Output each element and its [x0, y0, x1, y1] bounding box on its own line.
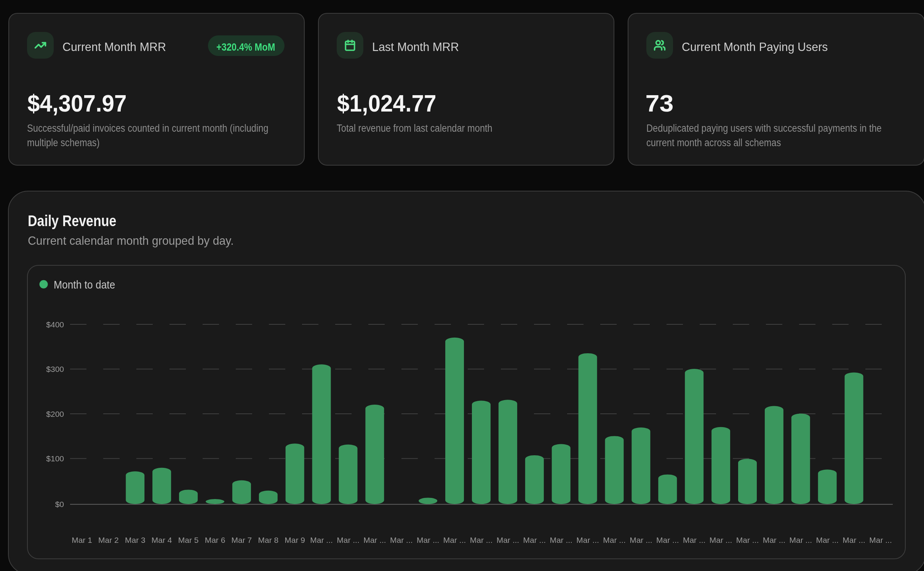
svg-text:Mar ...: Mar ... — [630, 536, 652, 544]
svg-text:$4,307.97: $4,307.97 — [27, 90, 127, 116]
svg-text:Mar 4: Mar 4 — [152, 536, 172, 544]
svg-text:Mar 9: Mar 9 — [285, 536, 305, 544]
svg-text:Mar ...: Mar ... — [523, 536, 546, 544]
svg-text:$400: $400 — [46, 320, 64, 329]
svg-text:Mar ...: Mar ... — [869, 536, 892, 544]
svg-text:Mar ...: Mar ... — [390, 536, 413, 544]
svg-text:Mar ...: Mar ... — [603, 536, 626, 544]
svg-text:$100: $100 — [46, 454, 64, 463]
svg-text:$200: $200 — [46, 410, 64, 418]
svg-text:Daily Revenue: Daily Revenue — [28, 212, 116, 229]
svg-text:Mar ...: Mar ... — [710, 536, 732, 544]
svg-text:Mar ...: Mar ... — [337, 536, 360, 544]
svg-text:+320.4% MoM: +320.4% MoM — [216, 40, 275, 53]
svg-text:Mar ...: Mar ... — [497, 536, 520, 544]
svg-text:Total revenue from last calend: Total revenue from last calendar month — [337, 122, 492, 134]
svg-text:Mar ...: Mar ... — [736, 536, 759, 544]
svg-text:Mar ...: Mar ... — [470, 536, 493, 544]
svg-text:Last Month MRR: Last Month MRR — [372, 40, 459, 54]
svg-text:Mar 2: Mar 2 — [98, 536, 119, 544]
svg-text:Current Month Paying Users: Current Month Paying Users — [682, 40, 828, 54]
svg-text:Mar 6: Mar 6 — [205, 536, 225, 544]
svg-text:multiple schemas): multiple schemas) — [27, 137, 100, 148]
svg-text:Mar 7: Mar 7 — [232, 536, 252, 544]
svg-text:Mar ...: Mar ... — [816, 536, 839, 544]
svg-text:Mar 5: Mar 5 — [178, 536, 199, 544]
svg-text:$0: $0 — [55, 500, 64, 509]
svg-text:$1,024.77: $1,024.77 — [337, 90, 436, 116]
svg-text:Mar ...: Mar ... — [550, 536, 572, 544]
svg-text:Mar 3: Mar 3 — [125, 536, 145, 544]
svg-text:Mar ...: Mar ... — [656, 536, 679, 544]
svg-text:Mar 1: Mar 1 — [72, 536, 92, 544]
svg-text:73: 73 — [646, 90, 674, 117]
svg-text:$300: $300 — [46, 365, 64, 373]
svg-text:Mar ...: Mar ... — [683, 536, 706, 544]
svg-text:Month to date: Month to date — [54, 279, 115, 291]
svg-text:Current Month MRR: Current Month MRR — [62, 40, 166, 54]
svg-text:Current calendar month grouped: Current calendar month grouped by day. — [28, 234, 234, 247]
svg-text:Mar ...: Mar ... — [417, 536, 440, 544]
svg-text:Mar ...: Mar ... — [443, 536, 466, 544]
svg-text:Mar ...: Mar ... — [310, 536, 333, 544]
svg-text:Mar ...: Mar ... — [842, 536, 865, 544]
svg-text:Mar ...: Mar ... — [576, 536, 599, 544]
svg-text:Successful/paid invoices count: Successful/paid invoices counted in curr… — [27, 122, 269, 134]
svg-text:current month across all schem: current month across all schemas — [646, 137, 781, 148]
svg-text:Mar 8: Mar 8 — [258, 536, 278, 544]
svg-text:Mar ...: Mar ... — [790, 536, 812, 544]
svg-text:Mar ...: Mar ... — [363, 536, 386, 544]
svg-text:Deduplicated paying users with: Deduplicated paying users with successfu… — [646, 122, 882, 134]
svg-text:Mar ...: Mar ... — [763, 536, 786, 544]
